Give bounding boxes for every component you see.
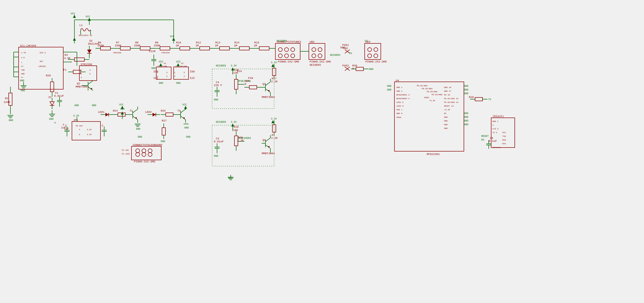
svg-text:4: 4 — [89, 69, 90, 71]
svg-text:TXD: TXD — [502, 135, 506, 137]
svg-text:GND: GND — [136, 128, 140, 130]
svg-text:0.01uF: 0.01uF — [214, 140, 224, 143]
svg-text:R30: R30 — [352, 64, 357, 67]
svg-text:+: + — [21, 61, 22, 64]
svg-text:250K: 250K — [134, 44, 141, 47]
svg-text:CTS 3: CTS 3 — [492, 128, 498, 130]
svg-rect-0 — [0, 0, 644, 303]
svg-text:D2: D2 — [89, 39, 92, 42]
svg-text:1M: 1M — [234, 44, 237, 47]
svg-text:R12: R12 — [196, 41, 201, 44]
svg-text:RTS: RTS — [502, 143, 506, 145]
svg-text:U$2: U$2 — [310, 40, 314, 43]
svg-text:GND: GND — [138, 136, 142, 138]
svg-text:F1W: F1W — [248, 77, 253, 80]
svg-text:R15: R15 — [254, 41, 259, 44]
svg-text:250K: 250K — [154, 44, 160, 47]
svg-text:VCC: VCC — [502, 131, 506, 134]
svg-text:4 R: 4 R — [21, 56, 25, 59]
svg-text:TX 5: TX 5 — [492, 131, 497, 134]
svg-text:R3: R3 — [64, 53, 68, 56]
svg-text:5: 5 — [89, 73, 90, 75]
svg-text:GND: GND — [387, 85, 392, 87]
svg-text:3.3V: 3.3V — [87, 133, 92, 136]
svg-text:MMBT3904: MMBT3904 — [262, 96, 275, 99]
svg-text:DIS 3: DIS 3 — [40, 51, 46, 54]
svg-text:GEIGER2: GEIGER2 — [310, 63, 321, 66]
svg-text:220K: 220K — [4, 101, 10, 104]
svg-text:R10: R10 — [234, 125, 239, 128]
svg-text:I50: I50 — [153, 70, 158, 73]
svg-text:VCC: VCC — [176, 60, 180, 63]
svg-text:P0.04/AN5: P0.04/AN5 — [432, 93, 442, 96]
svg-text:4: 4 — [79, 128, 80, 131]
svg-text:GND: GND — [464, 92, 468, 95]
svg-text:GND: GND — [387, 88, 392, 91]
svg-text:GND: GND — [464, 116, 468, 118]
svg-text:RXD: RXD — [502, 139, 506, 141]
svg-text:R27: R27 — [162, 119, 167, 122]
svg-text:GND: GND — [176, 82, 180, 84]
svg-text:GND 2: GND 2 — [396, 90, 402, 92]
svg-text:2 TR: 2 TR — [21, 51, 26, 54]
svg-text:I22: I22 — [190, 77, 195, 80]
svg-text:PINHD-2X2-SMD: PINHD-2X2-SMD — [310, 60, 331, 63]
svg-text:GND: GND — [444, 127, 448, 129]
svg-text:TX: TX — [488, 98, 491, 101]
svg-text:V+: V+ — [21, 76, 24, 79]
svg-text:VCC: VCC — [159, 60, 163, 63]
svg-text:R29: R29 — [238, 136, 242, 139]
svg-text:GND: GND — [464, 119, 468, 122]
svg-text:P0.03/AN4: P0.03/AN4 — [427, 90, 437, 93]
svg-text:GND: GND — [20, 79, 24, 82]
svg-text:I22: I22 — [153, 77, 158, 80]
svg-text:GND: GND — [74, 104, 79, 107]
svg-text:IC1-LMC555: IC1-LMC555 — [20, 44, 36, 47]
svg-text:+3.3V: +3.3V — [429, 99, 435, 102]
svg-text:PINHD-2X2-SMD: PINHD-2X2-SMD — [278, 60, 299, 63]
svg-text:3: 3 — [184, 71, 185, 74]
svg-text:R1a: R1a — [237, 70, 242, 73]
svg-text:VCC: VCC — [86, 15, 90, 18]
svg-text:3.3V: 3.3V — [271, 61, 277, 64]
svg-text:R28: R28 — [469, 96, 474, 99]
svg-text:GND: GND — [214, 155, 218, 157]
svg-text:GND: GND — [369, 68, 373, 71]
svg-text:R9: R9 — [155, 41, 158, 44]
svg-text:R20: R20 — [46, 74, 51, 77]
svg-text:GND: GND — [184, 126, 189, 129]
svg-text:L1: L1 — [80, 24, 83, 27]
svg-text:GND: GND — [464, 88, 468, 91]
svg-text:P0.02/AN3 14: P0.02/AN3 14 — [444, 101, 458, 103]
svg-text:B45126C2-JD: B45126C2-JD — [79, 34, 92, 36]
svg-text:3.3V: 3.3V — [231, 121, 237, 123]
svg-text:CY: CY — [21, 65, 24, 67]
svg-text:MMBT3904: MMBT3904 — [262, 152, 275, 155]
svg-text:LED1 5: LED1 5 — [396, 101, 404, 103]
svg-text:JP1: JP1 — [73, 119, 78, 122]
svg-text:R10: R10 — [176, 41, 181, 44]
svg-text:10K: 10K — [233, 129, 238, 132]
svg-text:U2: U2 — [181, 62, 184, 64]
svg-text:P0.01/AN2 15: P0.01/AN2 15 — [444, 97, 458, 100]
svg-text:1M: 1M — [254, 44, 257, 47]
svg-text:T1: T1 — [130, 109, 133, 112]
svg-text:STR1550: STR1550 — [80, 63, 92, 66]
svg-text:T3: T3 — [177, 109, 180, 112]
svg-text:3.3V: 3.3V — [73, 115, 79, 117]
svg-text:C3: C3 — [216, 137, 219, 140]
svg-text:+3.3V: +3.3V — [444, 109, 450, 111]
svg-text:VCC: VCC — [182, 103, 187, 106]
svg-text:1: 1 — [80, 69, 82, 71]
svg-text:R2: R2 — [5, 97, 8, 100]
svg-text:3.3V: 3.3V — [231, 64, 237, 67]
svg-text:TO LED: TO LED — [122, 149, 129, 151]
svg-text:R24: R24 — [113, 109, 118, 112]
svg-text:GND 18: GND 18 — [444, 86, 451, 88]
svg-text:RESET 13: RESET 13 — [444, 105, 454, 107]
svg-text:C8: C8 — [490, 137, 493, 140]
svg-text:NC: NC — [444, 112, 446, 115]
svg-text:VCC: VCC — [170, 35, 174, 38]
svg-text:2: 2 — [80, 73, 82, 75]
svg-text:C31M: C31M — [149, 50, 155, 53]
